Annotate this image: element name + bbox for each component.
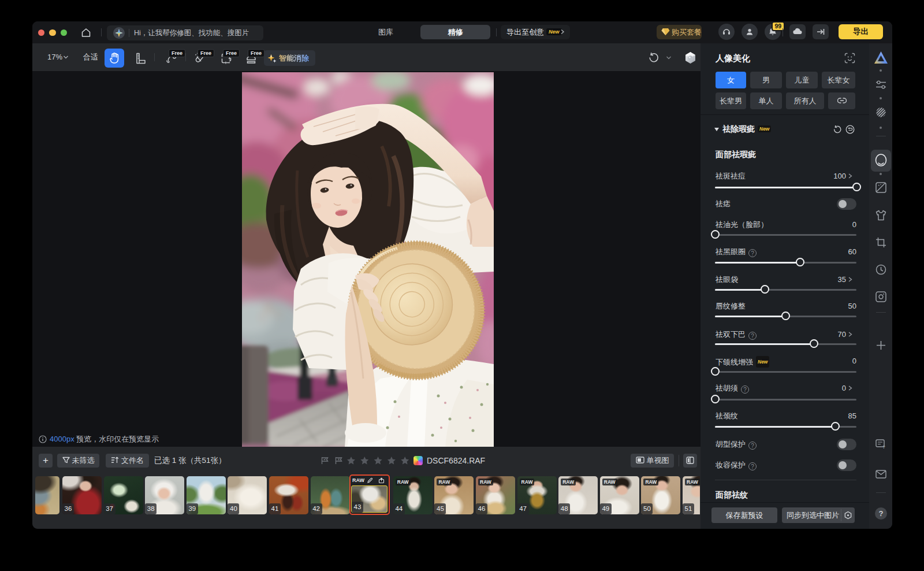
svg-text:?: ? — [882, 444, 885, 449]
